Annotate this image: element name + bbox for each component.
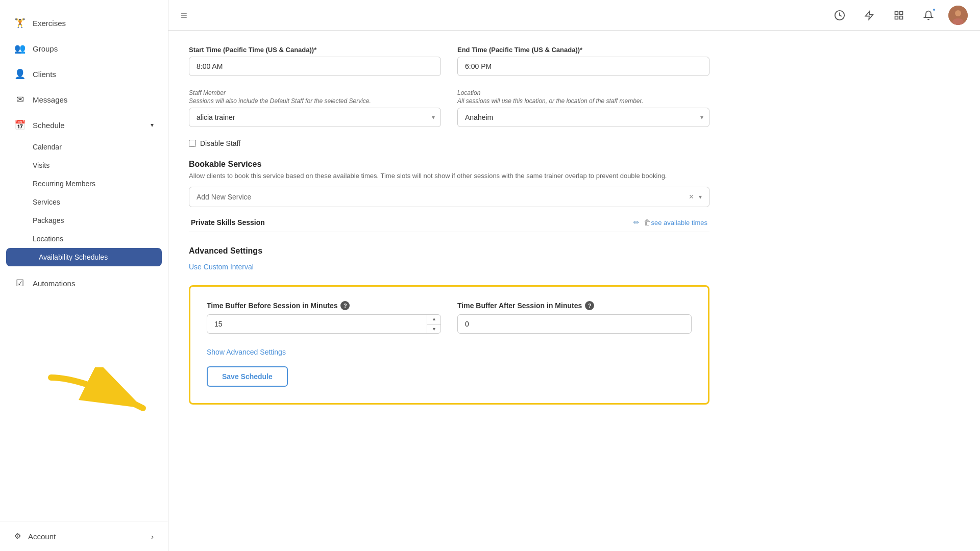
bell-icon[interactable] xyxy=(919,6,938,25)
sidebar-item-exercises[interactable]: 🏋 Exercises xyxy=(0,10,168,36)
location-group: Location All sessions will use this loca… xyxy=(457,88,709,127)
buffer-before-spinners: ▲ ▼ xyxy=(427,314,441,334)
sidebar-item-calendar[interactable]: Calendar xyxy=(0,138,168,156)
buffer-before-decrement[interactable]: ▼ xyxy=(427,324,441,334)
content-inner: Start Time (Pacific Time (US & Canada))*… xyxy=(168,31,730,430)
bolt-icon[interactable] xyxy=(860,6,879,25)
service-item: Private Skills Session ✏ 🗑 see available… xyxy=(189,213,709,232)
end-time-label: End Time (Pacific Time (US & Canada))* xyxy=(457,46,709,54)
sidebar-item-label: Clients xyxy=(33,70,56,79)
sidebar-item-visits[interactable]: Visits xyxy=(0,156,168,174)
advanced-settings-section: Advanced Settings Use Custom Interval xyxy=(189,246,709,271)
buffer-before-increment[interactable]: ▲ xyxy=(427,314,441,324)
exercises-icon: 🏋 xyxy=(14,17,26,29)
buffer-after-input[interactable] xyxy=(457,314,692,334)
bookable-services-section: Bookable Services Allow clients to book … xyxy=(189,160,709,232)
buffer-after-label: Time Buffer After Session in Minutes ? xyxy=(457,301,692,310)
sidebar-item-groups[interactable]: 👥 Groups xyxy=(0,36,168,61)
time-row: Start Time (Pacific Time (US & Canada))*… xyxy=(189,46,709,76)
staff-member-group: Staff Member Sessions will also include … xyxy=(189,88,441,127)
use-custom-interval-link[interactable]: Use Custom Interval xyxy=(189,263,709,271)
sidebar-item-packages[interactable]: Packages xyxy=(0,211,168,230)
location-select[interactable]: Anaheim xyxy=(457,108,709,127)
main-area: ≡ xyxy=(168,0,980,551)
start-time-group: Start Time (Pacific Time (US & Canada))* xyxy=(189,46,441,76)
menu-button[interactable]: ≡ xyxy=(181,9,187,22)
save-schedule-button[interactable]: Save Schedule xyxy=(207,366,288,387)
sidebar-item-label: Automations xyxy=(33,279,75,288)
advanced-settings-title: Advanced Settings xyxy=(189,246,709,256)
end-time-group: End Time (Pacific Time (US & Canada))* xyxy=(457,46,709,76)
bookable-services-title: Bookable Services xyxy=(189,160,709,169)
svg-rect-4 xyxy=(895,16,898,19)
clients-icon: 👤 xyxy=(14,68,26,80)
svg-point-7 xyxy=(955,10,961,16)
staff-select-wrapper: alicia trainer ▾ xyxy=(189,108,441,127)
sidebar-item-label: Account xyxy=(28,532,56,541)
clear-service-icon[interactable]: × xyxy=(689,192,694,202)
caret-down-icon[interactable]: ▾ xyxy=(699,193,702,201)
messages-icon: ✉ xyxy=(14,94,26,105)
buffer-before-help-icon[interactable]: ? xyxy=(340,301,350,310)
grid-icon[interactable] xyxy=(889,6,909,25)
chevron-right-icon: › xyxy=(151,532,154,541)
user-avatar[interactable] xyxy=(948,6,968,25)
buffer-before-input[interactable] xyxy=(207,314,441,334)
buffer-after-help-icon[interactable]: ? xyxy=(585,301,594,310)
sidebar-item-label: Exercises xyxy=(33,19,66,28)
start-time-input[interactable] xyxy=(189,57,441,76)
schedule-icon: 📅 xyxy=(14,119,26,131)
sidebar-item-label: Messages xyxy=(33,95,67,104)
sidebar-item-recurring-members[interactable]: Recurring Members xyxy=(0,174,168,193)
sidebar-item-locations[interactable]: Locations xyxy=(0,230,168,248)
edit-service-icon[interactable]: ✏ xyxy=(633,218,640,227)
buffer-highlight-box: Time Buffer Before Session in Minutes ? … xyxy=(189,285,709,405)
svg-rect-5 xyxy=(900,16,903,19)
automations-icon: ☑ xyxy=(14,278,26,289)
add-service-row[interactable]: Add New Service × ▾ xyxy=(189,187,709,207)
service-item-name: Private Skills Session xyxy=(191,218,633,227)
clock-icon[interactable] xyxy=(830,6,849,25)
groups-icon: 👥 xyxy=(14,43,26,54)
staff-member-label: Staff Member Sessions will also include … xyxy=(189,89,441,105)
sidebar-item-clients[interactable]: 👤 Clients xyxy=(0,61,168,87)
sidebar-item-label: Groups xyxy=(33,44,58,53)
buffer-before-group: Time Buffer Before Session in Minutes ? … xyxy=(207,301,441,334)
buffer-after-input-wrapper xyxy=(457,314,692,334)
svg-rect-3 xyxy=(900,11,903,14)
sidebar-item-availability-schedules[interactable]: Availability Schedules xyxy=(6,248,162,266)
buffer-after-group: Time Buffer After Session in Minutes ? xyxy=(457,301,692,334)
content-area: Start Time (Pacific Time (US & Canada))*… xyxy=(168,31,980,551)
account-icon: ⚙ xyxy=(14,532,21,541)
disable-staff-row: Disable Staff xyxy=(189,139,709,147)
location-select-wrapper: Anaheim ▾ xyxy=(457,108,709,127)
sidebar-item-label: Schedule xyxy=(33,121,65,130)
bookable-services-desc: Allow clients to book this service based… xyxy=(189,172,709,180)
end-time-input[interactable] xyxy=(457,57,709,76)
show-advanced-settings-link[interactable]: Show Advanced Settings xyxy=(207,348,692,356)
delete-service-icon[interactable]: 🗑 xyxy=(644,218,651,227)
buffer-before-input-wrapper: ▲ ▼ xyxy=(207,314,441,334)
sidebar-item-services[interactable]: Services xyxy=(0,193,168,211)
location-label: Location All sessions will use this loca… xyxy=(457,89,709,105)
sidebar-item-account[interactable]: ⚙ Account › xyxy=(0,521,168,551)
start-time-label: Start Time (Pacific Time (US & Canada))* xyxy=(189,46,441,54)
notification-dot xyxy=(932,8,936,12)
add-service-placeholder: Add New Service xyxy=(197,193,684,201)
chevron-down-icon: ▾ xyxy=(151,121,154,129)
sidebar: 🏋 Exercises 👥 Groups 👤 Clients ✉ Message… xyxy=(0,0,168,551)
svg-rect-2 xyxy=(895,11,898,14)
staff-select[interactable]: alicia trainer xyxy=(189,108,441,127)
sidebar-item-schedule[interactable]: 📅 Schedule ▾ xyxy=(0,112,168,138)
topbar: ≡ xyxy=(168,0,980,31)
disable-staff-label[interactable]: Disable Staff xyxy=(200,139,240,147)
staff-location-row: Staff Member Sessions will also include … xyxy=(189,88,709,127)
buffer-row: Time Buffer Before Session in Minutes ? … xyxy=(207,301,692,334)
buffer-before-label: Time Buffer Before Session in Minutes ? xyxy=(207,301,441,310)
sidebar-item-automations[interactable]: ☑ Automations xyxy=(0,270,168,296)
sidebar-item-messages[interactable]: ✉ Messages xyxy=(0,87,168,112)
see-available-times-link[interactable]: see available times xyxy=(651,219,707,227)
svg-marker-1 xyxy=(866,11,873,19)
disable-staff-checkbox[interactable] xyxy=(189,140,196,147)
